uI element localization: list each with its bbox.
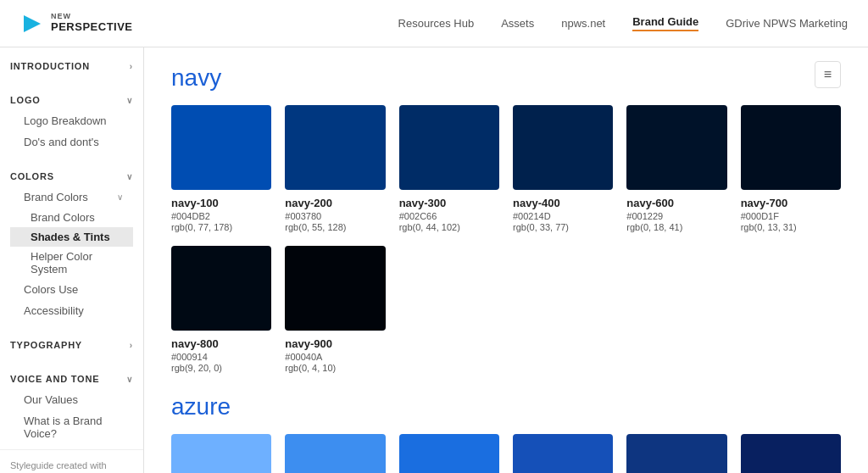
color-card-navy-700: navy-700 #000D1F rgb(0, 13, 31) — [741, 105, 841, 232]
color-swatch-navy-100 — [171, 105, 271, 190]
color-card-navy-400: navy-400 #00214D rgb(0, 33, 77) — [513, 105, 613, 232]
color-card-azure-200: azure-200 #3D8EF0 rgb(61, 142, 240) — [285, 434, 385, 473]
sidebar-label-typography: TYPOGRAPHY — [10, 340, 82, 350]
color-rgb-navy-100: rgb(0, 77, 178) — [171, 222, 271, 232]
color-hex-navy-100: #004DB2 — [171, 211, 271, 221]
nav-brand-guide[interactable]: Brand Guide — [632, 15, 698, 31]
sidebar-item-brand-voice[interactable]: What is a Brand Voice? — [10, 410, 133, 444]
color-hex-navy-900: #00040A — [285, 352, 385, 362]
azure-section: azure azure-100 #6EB0FF rgb(110, 176, 25… — [171, 393, 841, 473]
layout: INTRODUCTION › LOGO ∨ Logo Breakdown Do'… — [0, 47, 868, 473]
color-card-azure-700: azure-700 #082060 rgb(8, 32, 96) — [741, 434, 841, 473]
sidebar: INTRODUCTION › LOGO ∨ Logo Breakdown Do'… — [0, 47, 144, 473]
main-nav: Resources Hub Assets npws.net Brand Guid… — [398, 15, 848, 31]
color-rgb-navy-900: rgb(0, 4, 10) — [285, 363, 385, 373]
color-swatch-navy-300 — [399, 105, 499, 190]
navy-section: navy navy-100 #004DB2 rgb(0, 77, 178) na… — [171, 64, 841, 373]
color-name-navy-400: navy-400 — [513, 197, 613, 209]
sidebar-header-introduction[interactable]: INTRODUCTION › — [10, 56, 133, 76]
color-swatch-azure-700 — [741, 434, 841, 473]
color-card-navy-200: navy-200 #003780 rgb(0, 55, 128) — [285, 105, 385, 232]
color-card-navy-900: navy-900 #00040A rgb(0, 4, 10) — [285, 246, 385, 373]
azure-section-title: azure — [171, 393, 841, 420]
sidebar-sub-brand-colors[interactable]: Brand Colors — [10, 208, 133, 227]
color-hex-navy-800: #000914 — [171, 352, 271, 362]
sidebar-item-logo-breakdown[interactable]: Logo Breakdown — [10, 110, 133, 131]
color-name-navy-600: navy-600 — [626, 197, 726, 209]
sidebar-item-accessibility[interactable]: Accessibility — [10, 300, 133, 321]
color-card-navy-300: navy-300 #002C66 rgb(0, 44, 102) — [399, 105, 499, 232]
sidebar-sub-helper-color[interactable]: Helper Color System — [10, 247, 133, 279]
color-swatch-navy-400 — [513, 105, 613, 190]
color-swatch-azure-400 — [513, 434, 613, 473]
sidebar-header-logo[interactable]: LOGO ∨ — [10, 90, 133, 110]
color-rgb-navy-700: rgb(0, 13, 31) — [741, 222, 841, 232]
sidebar-item-colors-use[interactable]: Colors Use — [10, 279, 133, 300]
sidebar-section-colors: COLORS ∨ Brand Colors ∨ Brand Colors Sha… — [0, 158, 143, 326]
sidebar-header-typography[interactable]: TYPOGRAPHY › — [10, 335, 133, 355]
color-rgb-navy-800: rgb(9, 20, 0) — [171, 363, 271, 373]
sidebar-item-our-values[interactable]: Our Values — [10, 389, 133, 410]
color-swatch-navy-700 — [741, 105, 841, 190]
color-name-navy-200: navy-200 — [285, 197, 385, 209]
color-swatch-navy-600 — [626, 105, 726, 190]
chevron-down-icon-voice: ∨ — [126, 375, 133, 384]
color-name-navy-800: navy-800 — [171, 337, 271, 350]
color-swatch-navy-800 — [171, 246, 271, 331]
color-swatch-azure-200 — [285, 434, 385, 473]
sidebar-footer: Styleguide created with zeroheight — [0, 449, 143, 473]
sidebar-section-logo: LOGO ∨ Logo Breakdown Do's and dont's — [0, 81, 143, 158]
color-name-navy-100: navy-100 — [171, 197, 271, 209]
sidebar-sub-shades-tints[interactable]: Shades & Tints — [10, 227, 133, 247]
color-card-azure-300: azure-300 #1A6EE0 rgb(26, 110, 224) — [399, 434, 499, 473]
color-hex-navy-600: #001229 — [626, 211, 726, 221]
color-card-azure-100: azure-100 #6EB0FF rgb(110, 176, 255) — [171, 434, 271, 473]
logo-icon — [20, 12, 44, 36]
color-card-azure-400: azure-400 #1550B8 rgb(21, 80, 184) — [513, 434, 613, 473]
sidebar-label-voice-tone: VOICE AND TONE — [10, 374, 99, 384]
color-swatch-navy-900 — [285, 246, 385, 331]
color-rgb-navy-400: rgb(0, 33, 77) — [513, 222, 613, 232]
main-content: ≡ navy navy-100 #004DB2 rgb(0, 77, 178) … — [144, 47, 868, 473]
sidebar-header-voice-tone[interactable]: VOICE AND TONE ∨ — [10, 369, 133, 389]
sidebar-label-introduction: INTRODUCTION — [10, 61, 90, 71]
chevron-down-icon-colors: ∨ — [126, 172, 133, 181]
svg-marker-0 — [24, 15, 41, 32]
color-card-navy-600: navy-600 #001229 rgb(0, 18, 41) — [626, 105, 726, 232]
header: NEW PERSPECTIVE Resources Hub Assets npw… — [0, 0, 868, 47]
sidebar-item-dos-donts[interactable]: Do's and dont's — [10, 131, 133, 153]
color-swatch-azure-600 — [626, 434, 726, 473]
logo-perspective-text: PERSPECTIVE — [51, 21, 133, 33]
sidebar-header-colors[interactable]: COLORS ∨ — [10, 166, 133, 186]
chevron-right-icon-typo: › — [130, 341, 133, 350]
azure-color-grid: azure-100 #6EB0FF rgb(110, 176, 255) azu… — [171, 434, 841, 473]
color-swatch-navy-200 — [285, 105, 385, 190]
sidebar-section-introduction: INTRODUCTION › — [0, 47, 143, 81]
navy-color-grid: navy-100 #004DB2 rgb(0, 77, 178) navy-20… — [171, 105, 841, 373]
sidebar-label-logo: LOGO — [10, 95, 41, 105]
nav-resources-hub[interactable]: Resources Hub — [398, 17, 475, 30]
logo-text: NEW PERSPECTIVE — [51, 13, 133, 33]
color-swatch-azure-100 — [171, 434, 271, 473]
color-card-navy-100: navy-100 #004DB2 rgb(0, 77, 178) — [171, 105, 271, 232]
chevron-down-icon-brand: ∨ — [117, 192, 123, 202]
color-name-navy-900: navy-900 — [285, 337, 385, 350]
color-rgb-navy-300: rgb(0, 44, 102) — [399, 222, 499, 232]
sidebar-section-voice-tone: VOICE AND TONE ∨ Our Values What is a Br… — [0, 360, 143, 449]
color-rgb-navy-600: rgb(0, 18, 41) — [626, 222, 726, 232]
nav-gdrive[interactable]: GDrive NPWS Marketing — [726, 17, 848, 30]
nav-npws[interactable]: npws.net — [561, 17, 605, 30]
sidebar-section-typography: TYPOGRAPHY › — [0, 326, 143, 360]
color-rgb-navy-200: rgb(0, 55, 128) — [285, 222, 385, 232]
color-hex-navy-400: #00214D — [513, 211, 613, 221]
chevron-down-icon-logo: ∨ — [126, 96, 133, 105]
toolbar-menu-button[interactable]: ≡ — [815, 61, 841, 88]
sidebar-item-brand-colors-parent[interactable]: Brand Colors ∨ — [10, 186, 133, 208]
nav-assets[interactable]: Assets — [501, 17, 534, 30]
color-hex-navy-200: #003780 — [285, 211, 385, 221]
color-card-navy-800: navy-800 #000914 rgb(9, 20, 0) — [171, 246, 271, 373]
color-card-azure-600: azure-600 #0E3580 rgb(14, 53, 128) — [626, 434, 726, 473]
color-name-navy-300: navy-300 — [399, 197, 499, 209]
chevron-right-icon: › — [130, 62, 133, 71]
color-hex-navy-300: #002C66 — [399, 211, 499, 221]
